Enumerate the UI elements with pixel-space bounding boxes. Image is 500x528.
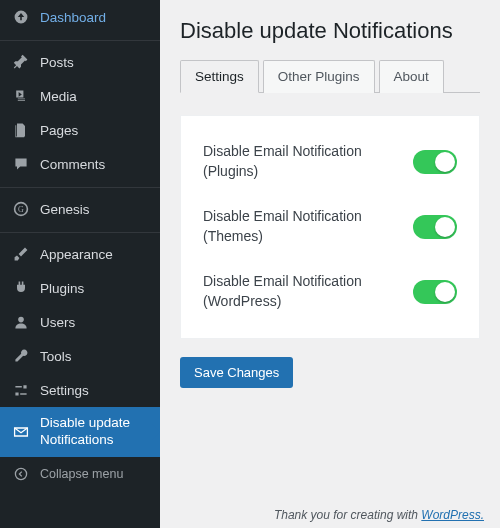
plug-icon	[12, 279, 30, 297]
svg-point-3	[15, 468, 26, 479]
svg-point-2	[18, 317, 24, 323]
sidebar-item-label: Pages	[40, 123, 78, 138]
toggle-wordpress[interactable]	[413, 280, 457, 304]
save-button[interactable]: Save Changes	[180, 357, 293, 388]
sidebar-item-label: Users	[40, 315, 75, 330]
toggle-knob	[435, 282, 455, 302]
tab-about[interactable]: About	[379, 60, 444, 93]
wrench-icon	[12, 347, 30, 365]
footer-credit: Thank you for creating with WordPress.	[274, 508, 484, 522]
toggle-plugins[interactable]	[413, 150, 457, 174]
sidebar-item-label: Media	[40, 89, 77, 104]
sidebar-item-media[interactable]: Media	[0, 79, 160, 113]
sidebar-item-posts[interactable]: Posts	[0, 40, 160, 79]
pages-icon	[12, 121, 30, 139]
genesis-icon: G	[12, 200, 30, 218]
sidebar-item-label: Posts	[40, 55, 74, 70]
setting-label: Disable Email Notification (WordPress)	[203, 272, 373, 311]
settings-card: Disable Email Notification (Plugins) Dis…	[180, 115, 480, 339]
collapse-icon	[12, 465, 30, 483]
sidebar-item-users[interactable]: Users	[0, 305, 160, 339]
brush-icon	[12, 245, 30, 263]
sidebar-item-settings[interactable]: Settings	[0, 373, 160, 407]
toggle-themes[interactable]	[413, 215, 457, 239]
setting-row-plugins: Disable Email Notification (Plugins)	[203, 142, 457, 181]
sidebar-item-comments[interactable]: Comments	[0, 147, 160, 181]
sidebar-item-label: Plugins	[40, 281, 84, 296]
sidebar-item-label: Disable update Notifications	[40, 415, 150, 449]
sidebar-item-label: Settings	[40, 383, 89, 398]
sidebar-item-label: Tools	[40, 349, 72, 364]
setting-label: Disable Email Notification (Themes)	[203, 207, 373, 246]
sidebar-item-label: Dashboard	[40, 10, 106, 25]
sidebar-item-appearance[interactable]: Appearance	[0, 232, 160, 271]
toggle-knob	[435, 152, 455, 172]
setting-row-themes: Disable Email Notification (Themes)	[203, 207, 457, 246]
sidebar-item-tools[interactable]: Tools	[0, 339, 160, 373]
sidebar-item-label: Comments	[40, 157, 105, 172]
user-icon	[12, 313, 30, 331]
admin-sidebar: Dashboard Posts Media Pages Comments G G…	[0, 0, 160, 528]
sidebar-collapse[interactable]: Collapse menu	[0, 457, 160, 491]
toggle-knob	[435, 217, 455, 237]
footer-text: Thank you for creating with	[274, 508, 421, 522]
setting-label: Disable Email Notification (Plugins)	[203, 142, 373, 181]
sidebar-item-dashboard[interactable]: Dashboard	[0, 0, 160, 34]
tab-settings[interactable]: Settings	[180, 60, 259, 93]
sidebar-item-label: Appearance	[40, 247, 113, 262]
pin-icon	[12, 53, 30, 71]
envelope-icon	[12, 423, 30, 441]
main-content: Disable update Notifications Settings Ot…	[160, 0, 500, 528]
dashboard-icon	[12, 8, 30, 26]
footer-link[interactable]: WordPress.	[421, 508, 484, 522]
tab-other-plugins[interactable]: Other Plugins	[263, 60, 375, 93]
media-icon	[12, 87, 30, 105]
sidebar-item-label: Genesis	[40, 202, 90, 217]
sidebar-item-disable-notifications[interactable]: Disable update Notifications	[0, 407, 160, 457]
sliders-icon	[12, 381, 30, 399]
tabs: Settings Other Plugins About	[180, 60, 480, 93]
svg-text:G: G	[18, 205, 24, 214]
page-title: Disable update Notifications	[180, 18, 480, 44]
sidebar-item-pages[interactable]: Pages	[0, 113, 160, 147]
sidebar-item-plugins[interactable]: Plugins	[0, 271, 160, 305]
comment-icon	[12, 155, 30, 173]
sidebar-collapse-label: Collapse menu	[40, 467, 123, 481]
sidebar-item-genesis[interactable]: G Genesis	[0, 187, 160, 226]
setting-row-wordpress: Disable Email Notification (WordPress)	[203, 272, 457, 311]
